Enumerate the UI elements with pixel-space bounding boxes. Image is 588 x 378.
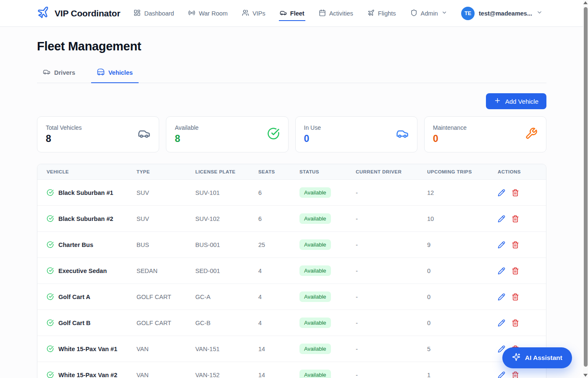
tab-drivers[interactable]: Drivers bbox=[37, 65, 81, 83]
vehicle-name-cell: Black Suburban #1 bbox=[47, 189, 132, 196]
circle-check-icon bbox=[47, 267, 54, 274]
nav-label: Flights bbox=[378, 10, 396, 17]
brand[interactable]: VIP Coordinator bbox=[37, 6, 120, 21]
scrollbar-up-arrow[interactable] bbox=[583, 1, 588, 4]
vehicle-name-cell: Executive Sedan bbox=[47, 267, 132, 274]
delete-button[interactable] bbox=[512, 267, 519, 275]
nav-item-dashboard[interactable]: Dashboard bbox=[133, 6, 175, 21]
vehicle-seats: 25 bbox=[258, 232, 299, 258]
vehicle-type: GOLF CART bbox=[136, 284, 195, 310]
scrollbar-down-arrow[interactable] bbox=[583, 374, 588, 377]
row-actions bbox=[498, 189, 542, 197]
vehicle-license-plate: VAN-151 bbox=[195, 336, 258, 362]
edit-button[interactable] bbox=[498, 293, 505, 301]
sparkles-icon bbox=[512, 353, 520, 363]
row-actions bbox=[498, 371, 542, 378]
nav-item-war-room[interactable]: War Room bbox=[187, 6, 228, 21]
nav-item-admin[interactable]: Admin bbox=[410, 6, 448, 21]
nav-label: Activities bbox=[329, 10, 353, 17]
vehicle-license-plate: GC-A bbox=[195, 284, 258, 310]
stat-value: 0 bbox=[433, 133, 467, 144]
vehicle-type: VAN bbox=[136, 362, 195, 378]
scrollbar-thumb[interactable] bbox=[584, 7, 588, 367]
stat-card-in-use: In Use 0 bbox=[295, 116, 417, 152]
vehicle-name-cell: Black Suburban #2 bbox=[47, 215, 132, 222]
status-badge: Available bbox=[299, 187, 331, 198]
tab-vehicles[interactable]: Vehicles bbox=[91, 65, 139, 83]
add-vehicle-label: Add Vehicle bbox=[505, 98, 538, 105]
delete-button[interactable] bbox=[512, 241, 519, 249]
row-actions bbox=[498, 319, 542, 327]
circle-check-icon bbox=[47, 241, 54, 248]
delete-button[interactable] bbox=[512, 371, 519, 378]
vehicle-name: Black Suburban #2 bbox=[58, 215, 113, 222]
delete-button[interactable] bbox=[512, 189, 519, 197]
vehicle-license-plate: VAN-152 bbox=[195, 362, 258, 378]
upcoming-trips: 0 bbox=[427, 284, 498, 310]
vehicle-name-cell: Golf Cart A bbox=[47, 293, 132, 300]
status-badge: Available bbox=[299, 239, 331, 250]
vehicle-seats: 4 bbox=[258, 284, 299, 310]
add-vehicle-button[interactable]: Add Vehicle bbox=[486, 93, 546, 109]
car-icon bbox=[138, 127, 150, 142]
nav-label: Dashboard bbox=[144, 10, 174, 17]
stat-label: In Use bbox=[304, 124, 321, 131]
edit-button[interactable] bbox=[498, 371, 505, 378]
van-icon bbox=[97, 68, 105, 77]
stat-card-available: Available 8 bbox=[166, 116, 288, 152]
vehicle-type: SUV bbox=[136, 206, 195, 232]
vehicle-license-plate: GC-B bbox=[195, 310, 258, 336]
edit-button[interactable] bbox=[498, 267, 505, 275]
vehicle-license-plate: SUV-102 bbox=[195, 206, 258, 232]
nav-item-flights[interactable]: Flights bbox=[367, 6, 397, 21]
vehicle-seats: 14 bbox=[258, 336, 299, 362]
toolbar: Add Vehicle bbox=[37, 93, 546, 109]
stat-label: Available bbox=[175, 124, 199, 131]
nav-label: Fleet bbox=[290, 10, 304, 17]
wrench-icon bbox=[525, 127, 538, 142]
car-icon bbox=[280, 9, 287, 18]
vehicle-table-body: Black Suburban #1 SUV SUV-101 6 Availabl… bbox=[37, 180, 546, 378]
vehicle-name: Charter Bus bbox=[58, 242, 93, 248]
col-status: Status bbox=[299, 164, 356, 180]
nav-item-vips[interactable]: VIPs bbox=[241, 6, 266, 21]
vehicle-seats: 6 bbox=[258, 180, 299, 206]
shield-icon bbox=[410, 9, 417, 18]
circle-check-icon bbox=[47, 319, 54, 326]
stat-cards: Total Vehicles 8 Available 8 In Use 0 bbox=[37, 116, 546, 152]
nav-label: Admin bbox=[421, 10, 438, 17]
col-license-plate: License Plate bbox=[195, 164, 258, 180]
vehicle-type: SUV bbox=[136, 180, 195, 206]
edit-button[interactable] bbox=[498, 319, 505, 327]
delete-button[interactable] bbox=[512, 293, 519, 301]
edit-button[interactable] bbox=[498, 241, 505, 249]
current-driver: - bbox=[356, 310, 427, 336]
current-driver: - bbox=[356, 180, 427, 206]
ai-assistant-button[interactable]: AI Assistant bbox=[502, 347, 572, 368]
nav-item-activities[interactable]: Activities bbox=[318, 6, 354, 21]
nav-item-fleet[interactable]: Fleet bbox=[279, 6, 305, 21]
edit-button[interactable] bbox=[498, 189, 505, 197]
table-row: Golf Cart A GOLF CART GC-A 4 Available -… bbox=[37, 284, 546, 310]
chevron-down-icon bbox=[536, 9, 543, 17]
row-actions bbox=[498, 241, 542, 249]
row-actions bbox=[498, 215, 542, 223]
vehicle-name-cell: Charter Bus bbox=[47, 241, 132, 248]
user-email: test@madeames... bbox=[479, 10, 532, 17]
vehicle-name: White 15-Pax Van #1 bbox=[58, 346, 117, 352]
vehicles-table-card: Vehicle Type License Plate Seats Status … bbox=[37, 164, 546, 378]
plane-icon bbox=[368, 9, 375, 18]
vehicle-name-cell: Golf Cart B bbox=[47, 319, 132, 326]
upcoming-trips: 5 bbox=[427, 336, 498, 362]
delete-button[interactable] bbox=[512, 215, 519, 223]
vehicle-seats: 14 bbox=[258, 362, 299, 378]
delete-button[interactable] bbox=[512, 319, 519, 327]
user-menu[interactable]: TE test@madeames... bbox=[461, 7, 543, 20]
status-badge: Available bbox=[299, 265, 331, 276]
edit-button[interactable] bbox=[498, 215, 505, 223]
upcoming-trips: 10 bbox=[427, 206, 498, 232]
brand-title: VIP Coordinator bbox=[55, 8, 120, 18]
vehicle-license-plate: BUS-001 bbox=[195, 232, 258, 258]
vertical-scrollbar[interactable] bbox=[583, 0, 588, 378]
stat-card-maintenance: Maintenance 0 bbox=[424, 116, 546, 152]
